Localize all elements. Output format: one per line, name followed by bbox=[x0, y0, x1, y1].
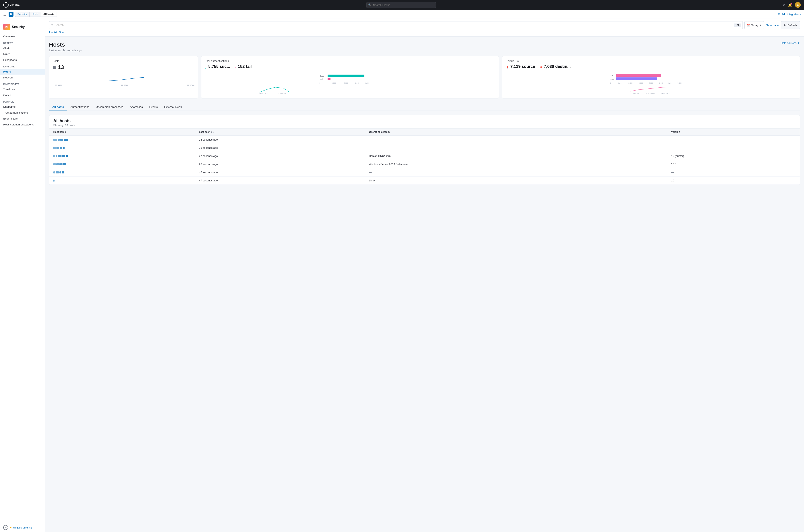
tab-uncommon-processes[interactable]: Uncommon processes bbox=[93, 103, 127, 111]
breadcrumb-allhosts[interactable]: All hosts bbox=[41, 12, 57, 17]
kql-badge: KQL bbox=[734, 23, 741, 27]
sidebar-section-detect: Detect bbox=[0, 39, 45, 45]
main-content: ▼ KQL 📅 Today ▼ Show dates ↻ Refresh ℹ +… bbox=[45, 19, 804, 190]
breadcrumb-hosts[interactable]: Hosts bbox=[30, 12, 41, 17]
table-cell-hostname[interactable] bbox=[49, 168, 195, 176]
sidebar-item-host-isolation[interactable]: Host isolation exceptions bbox=[0, 121, 45, 128]
sidebar-item-rules[interactable]: Rules bbox=[0, 51, 45, 57]
breadcrumb-separator-1: › bbox=[29, 13, 30, 15]
host-block bbox=[63, 147, 64, 149]
global-search-input[interactable] bbox=[366, 2, 436, 8]
table-cell-hostname[interactable] bbox=[49, 176, 195, 185]
hosts-axis-1: 11-03 00:00 bbox=[53, 84, 62, 86]
table-cell-os: Debian GNU/Linux bbox=[365, 152, 667, 160]
add-integrations-button[interactable]: ⊞ Add integrations bbox=[778, 13, 801, 16]
global-search-container: 🔍 bbox=[22, 2, 780, 8]
data-sources-button[interactable]: Data sources ▼ bbox=[781, 41, 800, 44]
svg-text:5,000: 5,000 bbox=[659, 82, 664, 84]
table-row: 47 seconds agoLinux10 bbox=[49, 176, 800, 185]
host-block bbox=[66, 155, 68, 157]
ips-line-chart: 11-03 00:00 11-03 06:00 11-03 12:00 bbox=[505, 85, 797, 94]
breadcrumb-security-link[interactable]: Security bbox=[15, 12, 29, 17]
host-block bbox=[57, 147, 59, 149]
table-cell-hostname[interactable] bbox=[49, 160, 195, 168]
table-cell-last-seen: 28 seconds ago bbox=[195, 160, 365, 168]
sidebar-item-exceptions-label: Exceptions bbox=[3, 58, 17, 61]
hosts-icon: ▦ bbox=[53, 65, 56, 70]
host-block bbox=[60, 147, 62, 149]
ips-chart-svg: Src. Dest. 0 1,000 2,000 3,000 4,000 5,0… bbox=[505, 73, 797, 84]
stat-auth-fail: ✕ 182 fail bbox=[234, 64, 252, 71]
sidebar-title: Security bbox=[12, 25, 25, 29]
tab-events[interactable]: Events bbox=[146, 103, 161, 111]
stat-card-auth-title: User authentications bbox=[205, 59, 496, 62]
tab-authentications[interactable]: Authentications bbox=[67, 103, 93, 111]
stat-card-hosts-value: ▦ 13 bbox=[53, 64, 194, 71]
stat-card-ips-values: 📍 7,119 source 📍 7,030 destin... bbox=[505, 64, 797, 71]
auth-fail-value: 182 fail bbox=[238, 64, 252, 69]
sidebar-item-event-filters[interactable]: Event filters bbox=[0, 116, 45, 121]
last-seen-sort-icon[interactable]: ↓ bbox=[213, 131, 214, 133]
tab-external-alerts[interactable]: External alerts bbox=[161, 103, 185, 111]
table-cell-version: — bbox=[667, 136, 800, 144]
breadcrumb-security[interactable]: Security bbox=[15, 12, 29, 17]
table-cell-os: Linux bbox=[365, 176, 667, 185]
table-cell-hostname[interactable] bbox=[49, 136, 195, 144]
sidebar-item-exceptions[interactable]: Exceptions bbox=[0, 57, 45, 63]
stat-card-auth-values: ✓ 8,755 suc... ✕ 182 fail bbox=[205, 64, 496, 71]
svg-text:11-03 06:00: 11-03 06:00 bbox=[646, 93, 655, 94]
help-icon[interactable]: ⊘ bbox=[783, 3, 785, 7]
last-seen-info-icon[interactable]: ℹ bbox=[211, 131, 212, 133]
sidebar-item-endpoints[interactable]: Endpoints bbox=[0, 104, 45, 110]
data-sources-chevron: ▼ bbox=[797, 41, 800, 44]
table-cell-hostname[interactable] bbox=[49, 152, 195, 160]
date-picker[interactable]: 📅 Today ▼ bbox=[744, 21, 764, 29]
host-block bbox=[56, 171, 59, 173]
notification-bell-icon[interactable]: 🔔 bbox=[788, 3, 792, 7]
hamburger-menu-icon[interactable]: ☰ bbox=[3, 12, 6, 17]
host-name-blocks bbox=[53, 179, 191, 182]
tab-anomalies-label: Anomalies bbox=[130, 106, 143, 109]
refresh-button[interactable]: ↻ Refresh bbox=[781, 21, 800, 29]
table-row: 46 seconds ago—— bbox=[49, 168, 800, 176]
sidebar-item-cases[interactable]: Cases bbox=[0, 92, 45, 98]
search-input-wrapper: ▼ KQL bbox=[49, 21, 743, 29]
show-dates-button[interactable]: Show dates bbox=[766, 24, 780, 27]
ips-source-value: 7,119 source bbox=[510, 64, 535, 69]
search-dropdown-icon[interactable]: ▼ bbox=[51, 24, 53, 26]
svg-text:3,000: 3,000 bbox=[639, 82, 643, 84]
fail-x-icon: ✕ bbox=[234, 66, 237, 70]
sidebar-item-hosts[interactable]: Hosts bbox=[0, 69, 45, 75]
sidebar-item-timelines[interactable]: Timelines bbox=[0, 86, 45, 92]
breadcrumb-allhosts-link[interactable]: All hosts bbox=[41, 12, 57, 17]
th-last-seen: Last seen ℹ ↓ bbox=[195, 129, 365, 136]
sidebar-item-trusted-apps[interactable]: Trusted applications bbox=[0, 110, 45, 116]
sidebar-item-overview-label: Overview bbox=[3, 35, 15, 38]
sidebar-item-overview[interactable]: Overview bbox=[0, 34, 45, 39]
th-version-label: Version bbox=[671, 131, 680, 133]
refresh-icon: ↻ bbox=[784, 24, 786, 27]
hosts-chart-axis: 11-03 00:00 11-03 06:00 11-03 12:00 bbox=[53, 84, 194, 86]
table-cell-version: 10 bbox=[667, 176, 800, 185]
avatar[interactable]: n bbox=[795, 2, 801, 8]
add-filter-button[interactable]: + Add filter bbox=[51, 31, 64, 34]
table-cell-os: — bbox=[365, 168, 667, 176]
elastic-logo[interactable]: ◯ elastic bbox=[3, 2, 20, 7]
sidebar-item-network[interactable]: Network bbox=[0, 75, 45, 80]
tab-all-hosts[interactable]: All hosts bbox=[49, 103, 67, 111]
search-input[interactable] bbox=[55, 23, 733, 27]
sidebar-item-endpoints-label: Endpoints bbox=[3, 105, 16, 108]
table-cell-hostname[interactable] bbox=[49, 144, 195, 152]
stat-card-hosts: Hosts ▦ 13 11-03 00:00 11-03 06:00 11-03… bbox=[49, 56, 198, 98]
filter-info-icon: ℹ bbox=[49, 31, 50, 34]
stat-ips-source: 📍 7,119 source bbox=[505, 64, 535, 71]
stat-card-user-auth: User authentications ✓ 8,755 suc... ✕ 18… bbox=[201, 56, 499, 98]
hosts-axis-2: 11-03 06:00 bbox=[118, 84, 128, 86]
sidebar-item-alerts[interactable]: Alerts bbox=[0, 45, 45, 51]
stat-auth-success: ✓ 8,755 suc... bbox=[205, 64, 230, 71]
breadcrumb-hosts-link[interactable]: Hosts bbox=[30, 12, 41, 17]
tab-anomalies[interactable]: Anomalies bbox=[127, 103, 146, 111]
search-filter-bar: ▼ KQL 📅 Today ▼ Show dates ↻ Refresh ℹ +… bbox=[45, 19, 804, 37]
refresh-label: Refresh bbox=[787, 24, 797, 27]
svg-text:2,000: 2,000 bbox=[629, 82, 633, 84]
